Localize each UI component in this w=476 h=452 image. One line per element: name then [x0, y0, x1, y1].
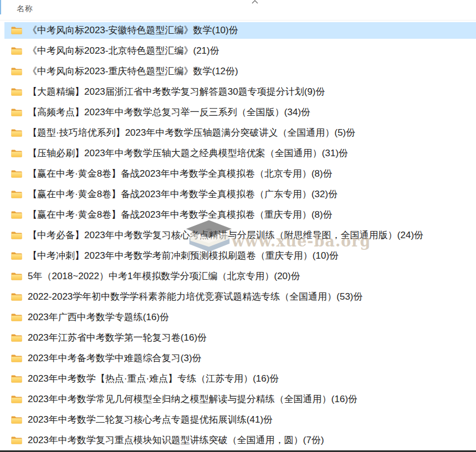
file-name: 5年（2018~2022）中考1年模拟数学分项汇编（北京专用）(20)份 [28, 268, 300, 285]
folder-icon [11, 251, 22, 260]
file-name: 【赢在中考·黄金8卷】备战2023年中考数学全真模拟卷（重庆专用）(8)份 [28, 207, 332, 223]
file-row[interactable]: 【赢在中考·黄金8卷】备战2023年中考数学全真模拟卷（北京专用）(8)份 [4, 166, 476, 182]
file-row[interactable]: 《中考风向标2023-北京特色题型汇编》(21)份 [4, 43, 476, 59]
file-row[interactable]: 【题型·技巧培优系列】2023年中考数学压轴题满分突破讲义（全国通用）(5)份 [4, 125, 476, 141]
chevron-up-icon [250, 0, 259, 4]
folder-icon [11, 354, 22, 363]
file-row[interactable]: 【高频考点】2023年中考数学总复习举一反三系列（全国版）(34)份 [4, 104, 476, 121]
file-row[interactable]: 5年（2018~2022）中考1年模拟数学分项汇编（北京专用）(20)份 [4, 268, 476, 285]
file-name: 2023年中考数学【热点·重点·难点】专练（江苏专用）(16)份 [28, 371, 279, 387]
file-row[interactable]: 【大题精编】2023届浙江省中考数学复习解答题30题专项提分计划(9)份 [4, 84, 476, 100]
file-row[interactable]: 2023年广西中考数学专题练(16)份 [4, 309, 476, 326]
file-name: 【赢在中考·黄金8卷】备战2023年中考数学全真模拟卷（广东专用）(32)份 [28, 186, 337, 203]
file-name: 2023年中考数学复习重点模块知识题型讲练突破（全国通用，圆）(7份) [28, 432, 324, 449]
folder-icon [11, 108, 22, 117]
file-row[interactable]: 《中考风向标2023-安徽特色题型汇编》数学(10)份 [4, 22, 476, 39]
file-name: 2023年中考备考数学中难题综合复习(3)份 [28, 350, 202, 367]
file-name: 2023年中考数学二轮复习核心考点专题提优拓展训练(41)份 [28, 412, 273, 428]
folder-icon [11, 415, 22, 424]
file-row[interactable]: 2023年中考数学复习重点模块知识题型讲练突破（全国通用，圆）(7份) [4, 432, 476, 449]
file-name: 2022-2023学年初中数学学科素养能力培优竞赛试题精选专练（全国通用）(53… [28, 289, 363, 305]
file-row[interactable]: 2023年中考数学二轮复习核心考点专题提优拓展训练(41)份 [4, 412, 476, 428]
file-row[interactable]: 【中考冲刺】2023年中考数学考前冲刺预测模拟刷题卷（重庆专用）(10)份 [4, 248, 476, 264]
folder-icon [11, 292, 22, 301]
file-name: 2023年广西中考数学专题练(16)份 [28, 309, 169, 326]
folder-icon [11, 170, 22, 178]
file-name: 【高频考点】2023年中考数学总复习举一反三系列（全国版）(34)份 [28, 104, 310, 121]
file-name: 【题型·技巧培优系列】2023年中考数学压轴题满分突破讲义（全国通用）(5)份 [28, 125, 355, 141]
name-column-header[interactable]: 名称 [0, 0, 476, 20]
file-row[interactable]: 【中考必备】2023年中考数学复习核心考点精讲与分层训练（附思维导图，全国通用版… [4, 227, 476, 244]
folder-icon [11, 333, 22, 342]
file-name: 《中考风向标2023-重庆特色题型汇编》数学(12份) [28, 63, 238, 80]
file-row[interactable]: 【赢在中考·黄金8卷】备战2023年中考数学全真模拟卷（重庆专用）(8)份 [4, 207, 476, 223]
file-name: 《中考风向标2023-北京特色题型汇编》(21)份 [28, 43, 219, 59]
folder-icon [11, 395, 22, 404]
file-name: 【大题精编】2023届浙江省中考数学复习解答题30题专项提分计划(9)份 [28, 84, 325, 100]
name-column-label: 名称 [17, 4, 33, 14]
folder-icon [11, 231, 22, 240]
file-row[interactable]: 【压轴必刷】2023年中考数学压轴大题之经典模型培优案（全国通用）(31)份 [4, 145, 476, 162]
folder-icon [11, 47, 22, 55]
file-row[interactable]: 2023年江苏省中考数学第一轮复习卷(16)份 [4, 330, 476, 346]
file-row[interactable]: 2023年中考数学【热点·重点·难点】专练（江苏专用）(16)份 [4, 371, 476, 387]
file-name: 2023年江苏省中考数学第一轮复习卷(16)份 [28, 330, 207, 346]
folder-icon [11, 436, 22, 445]
folder-icon [11, 67, 22, 76]
file-row[interactable]: 2023年中考数学常见几何模型全归纳之模型解读与提分精练（全国通用）(16)份 [4, 391, 476, 408]
file-row[interactable]: 《中考风向标2023-重庆特色题型汇编》数学(12份) [4, 63, 476, 80]
folder-icon [11, 149, 22, 158]
file-name: 2023年中考数学常见几何模型全归纳之模型解读与提分精练（全国通用）(16)份 [28, 391, 357, 408]
file-list: 《中考风向标2023-安徽特色题型汇编》数学(10)份 《中考风向标2023-北… [0, 22, 476, 452]
folder-icon [11, 272, 22, 281]
file-name: 【中考冲刺】2023年中考数学考前冲刺预测模拟刷题卷（重庆专用）(10)份 [28, 248, 339, 264]
file-row[interactable]: 2023年中考备考数学中难题综合复习(3)份 [4, 350, 476, 367]
file-name: 《中考风向标2023-安徽特色题型汇编》数学(10)份 [28, 22, 238, 39]
file-name: 【压轴必刷】2023年中考数学压轴大题之经典模型培优案（全国通用）(31)份 [28, 145, 348, 162]
file-name: 【赢在中考·黄金8卷】备战2023年中考数学全真模拟卷（北京专用）(8)份 [28, 166, 332, 182]
folder-icon [11, 88, 22, 96]
folder-icon [11, 190, 22, 199]
file-row[interactable]: 2022-2023学年初中数学学科素养能力培优竞赛试题精选专练（全国通用）(53… [4, 289, 476, 305]
file-row[interactable]: 【赢在中考·黄金8卷】备战2023年中考数学全真模拟卷（广东专用）(32)份 [4, 186, 476, 203]
folder-icon [11, 129, 22, 137]
folder-icon [11, 374, 22, 383]
folder-icon [11, 210, 22, 219]
folder-icon [11, 313, 22, 322]
file-name: 【中考必备】2023年中考数学复习核心考点精讲与分层训练（附思维导图，全国通用版… [28, 227, 423, 244]
folder-icon [11, 26, 22, 35]
